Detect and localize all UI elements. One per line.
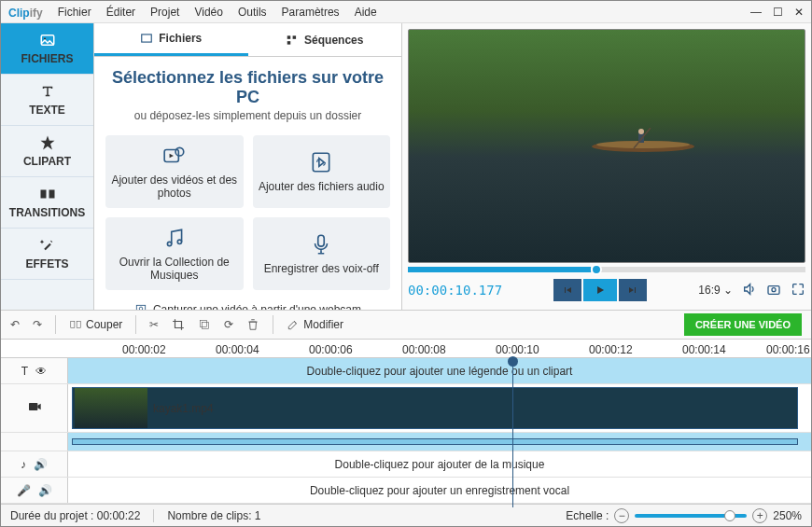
panel-tab-files[interactable]: Fichiers (94, 23, 248, 56)
add-audio-button[interactable]: Ajouter des fichiers audio (253, 135, 391, 208)
music-track-icon: ♪ (21, 458, 26, 471)
menu-help[interactable]: Aide (355, 6, 377, 19)
create-video-button[interactable]: CRÉER UNE VIDÉO (684, 313, 802, 336)
minimize-icon[interactable]: — (750, 6, 762, 19)
svg-rect-21 (768, 285, 779, 294)
panel-title: Sélectionnez les fichiers sur votre PC (105, 68, 390, 107)
zoom-value: 250% (773, 509, 802, 522)
undo-button[interactable]: ↶ (10, 318, 20, 331)
svg-rect-3 (49, 190, 54, 199)
redo-button[interactable]: ↷ (33, 318, 42, 331)
music-collection-button[interactable]: Ouvrir la Collection de Musiques (105, 217, 244, 290)
playhead[interactable] (512, 358, 513, 507)
svg-point-19 (638, 129, 644, 134)
timeline-ruler[interactable]: 00:00:0200:00:0400:00:0600:00:0800:00:10… (1, 340, 811, 358)
menu-settings[interactable]: Paramètres (282, 6, 340, 19)
preview-pane: 00:00:10.177 16:9 ⌄ (402, 23, 811, 310)
video-track[interactable]: kayak1.mp4 (1, 384, 811, 433)
zoom-out-button[interactable]: − (614, 508, 629, 523)
files-panel: Fichiers Séquences Sélectionnez les fich… (94, 23, 402, 310)
mute-icon[interactable]: 🔊 (34, 458, 48, 471)
time-display: 00:00:10.177 (408, 283, 502, 298)
add-videos-button[interactable]: Ajouter des vidéos et des photos (105, 135, 244, 208)
sidebar-tab-transitions[interactable]: TRANSITIONS (1, 177, 93, 229)
sidebar-tab-effects[interactable]: EFFETS (1, 229, 93, 280)
mic-track-icon: 🎤 (17, 484, 31, 497)
modify-button[interactable]: Modifier (287, 318, 343, 331)
menu-bar: Clipify Fichier Éditer Projet Vidéo Outi… (1, 1, 811, 23)
sidebar-tab-text[interactable]: TEXTE (1, 75, 93, 126)
delete-icon[interactable] (246, 318, 259, 331)
svg-rect-10 (314, 153, 329, 172)
svg-point-12 (177, 240, 181, 243)
menu-file[interactable]: Fichier (58, 6, 91, 19)
cut-button[interactable]: Couper (69, 318, 122, 331)
clip-count: Nombre de clips: 1 (167, 509, 260, 522)
maximize-icon[interactable]: ☐ (773, 6, 783, 19)
svg-rect-4 (142, 35, 152, 42)
menu-tools[interactable]: Outils (238, 6, 267, 19)
svg-point-9 (175, 147, 184, 156)
volume-icon[interactable] (742, 282, 757, 299)
duplicate-icon[interactable] (198, 318, 211, 331)
sidebar: FICHIERS TEXTE CLIPART TRANSITIONS EFFET… (1, 23, 94, 310)
mute-icon[interactable]: 🔊 (38, 484, 52, 497)
close-icon[interactable]: ✕ (794, 6, 804, 19)
svg-rect-5 (287, 35, 291, 39)
status-bar: Durée du projet : 00:00:22 Nombre de cli… (1, 504, 811, 526)
edit-toolbar: ↶ ↷ Couper ✂ ⟳ Modifier CRÉER UNE VIDÉO (1, 310, 811, 340)
scissors-icon[interactable]: ✂ (149, 318, 159, 331)
voice-track[interactable]: 🎤🔊 Double-cliquez pour ajouter un enregi… (1, 478, 811, 504)
svg-rect-24 (77, 322, 80, 328)
svg-rect-23 (71, 322, 75, 328)
zoom-slider[interactable] (635, 514, 747, 518)
next-button[interactable] (619, 279, 647, 301)
snapshot-icon[interactable] (766, 282, 781, 299)
video-preview[interactable] (408, 29, 805, 263)
duration-label: Durée du projet : 00:00:22 (10, 509, 140, 522)
zoom-in-button[interactable]: + (752, 508, 767, 523)
menu-project[interactable]: Projet (150, 6, 179, 19)
transition-track[interactable] (1, 433, 811, 451)
timeline: 00:00:0200:00:0400:00:0600:00:0800:00:10… (1, 340, 811, 504)
svg-rect-27 (29, 403, 37, 410)
svg-rect-6 (287, 41, 291, 45)
visibility-icon[interactable]: 👁 (35, 365, 47, 378)
play-button[interactable] (583, 279, 617, 301)
svg-rect-25 (201, 320, 207, 326)
svg-rect-26 (203, 323, 209, 329)
crop-icon[interactable] (172, 318, 185, 331)
fullscreen-icon[interactable] (791, 282, 805, 299)
record-voiceover-button[interactable]: Enregistrer des voix-off (253, 217, 391, 290)
panel-subtitle: ou déposez-les simplement depuis un doss… (105, 109, 390, 122)
svg-rect-7 (293, 35, 297, 39)
rotate-icon[interactable]: ⟳ (224, 318, 233, 331)
menu-video[interactable]: Vidéo (194, 6, 222, 19)
svg-point-22 (772, 287, 776, 291)
svg-rect-2 (40, 190, 46, 199)
sidebar-tab-clipart[interactable]: CLIPART (1, 126, 93, 177)
menu-edit[interactable]: Éditer (106, 6, 135, 19)
webcam-capture-link[interactable]: Capturer une vidéo à partir d'une webcam (134, 303, 361, 310)
prev-button[interactable] (553, 279, 581, 301)
video-clip[interactable]: kayak1.mp4 (72, 387, 798, 429)
caption-track[interactable]: T👁 Double-cliquez pour ajouter une légen… (1, 358, 811, 384)
video-scrubber[interactable] (408, 267, 805, 272)
sidebar-tab-files[interactable]: FICHIERS (1, 23, 93, 75)
video-track-icon (27, 399, 42, 417)
aspect-ratio[interactable]: 16:9 ⌄ (698, 284, 733, 297)
panel-tab-sequences[interactable]: Séquences (248, 23, 402, 56)
text-track-icon: T (21, 365, 28, 378)
svg-point-11 (167, 242, 171, 245)
app-logo: Clipify (8, 5, 43, 20)
svg-rect-13 (318, 235, 325, 246)
music-track[interactable]: ♪🔊 Double-cliquez pour ajouter de la mus… (1, 451, 811, 478)
